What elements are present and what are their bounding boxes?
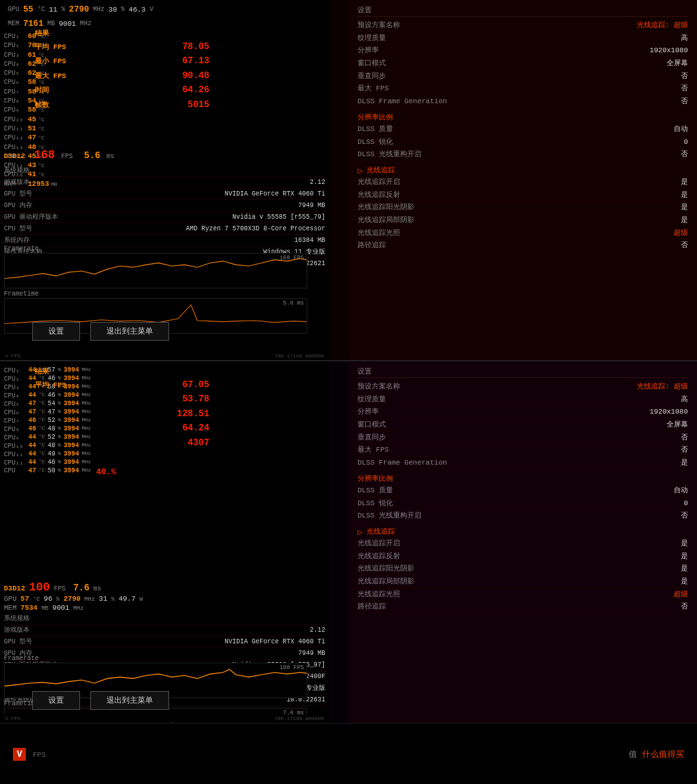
- gpu-label: GPU: [8, 6, 19, 13]
- panel2-rt-rows: 光线追踪开启 是 光线追踪反射 是 光线追踪阳光阴影 是 光线追踪局部阴影 是 …: [358, 538, 688, 614]
- settings-main-rows: 预设方案名称 光线追踪: 超级 纹理质量 高 分辨率 1920x1080 窗口模…: [358, 19, 688, 108]
- panel2-buttons: 设置 退出到主菜单: [32, 691, 169, 710]
- framerate-graph: 168 FPS: [4, 253, 307, 288]
- mem-used: 7161: [23, 19, 43, 28]
- panel2-right: 设置 预设方案名称 光线追踪: 超级 纹理质量 高 分辨率 1920x1080 …: [348, 361, 697, 723]
- settings-title: 设置: [358, 5, 688, 17]
- gpu-load: 11: [49, 6, 57, 14]
- panel2-result: 结果 平均 FPS 67.05 53.78 128.51: [35, 367, 209, 450]
- settings-button[interactable]: 设置: [32, 322, 80, 341]
- cpu-row: CPU₁₂47°C: [4, 133, 325, 142]
- gpu-power: 30: [108, 6, 117, 14]
- gpu-temp: 55: [23, 5, 34, 14]
- panel1-right: 设置 预设方案名称 光线追踪: 超级 纹理质量 高 分辨率 1920x1080 …: [348, 0, 697, 360]
- panel2-scaling-rows: DLSS 质量 自动 DLSS 锐化 0 DLSS 光线重构开启 否: [358, 485, 688, 523]
- panel1-left: GPU 55 °C 11 % 2790 MHz 30 % 46.3 V MEM …: [0, 0, 329, 360]
- result-section: 结果 平均 FPS 78.05 最小 FPS 67.13 最大 FPS 90.4…: [35, 28, 209, 112]
- panel1-header: GPU 55 °C 11 % 2790 MHz 30 % 46.3 V: [4, 3, 325, 16]
- mem-clock: 9001: [59, 20, 76, 28]
- panel2-watermark: V FPS 706.17160.000000: [0, 714, 329, 723]
- scaling-rows: DLSS 质量 自动 DLSS 锐化 0 DLSS 光线重构开启 否: [358, 123, 688, 161]
- bottom-strip: V FPS 值 什么值得买: [0, 723, 697, 784]
- panel2-settings-title: 设置: [358, 367, 688, 378]
- panel2-settings-button[interactable]: 设置: [32, 691, 80, 710]
- panel2-d3d-row: D3D12 100 FPS 7.6 ms GPU 57 °C 96 % 2790…: [4, 581, 143, 612]
- panel1-buttons: 设置 退出到主菜单: [32, 322, 169, 341]
- bottom-logo: V FPS: [13, 749, 46, 759]
- gpu-extra: 46.3: [128, 6, 145, 14]
- fps-metrics: 平均 FPS 78.05 最小 FPS 67.13 最大 FPS 90.48 时…: [35, 39, 209, 112]
- cpu-row: CPU₁₁51°C: [4, 124, 325, 133]
- cpu-row: CPU₁₀45°C: [4, 115, 325, 124]
- panel1-watermark: V FPS 706.17160.000000: [0, 352, 329, 360]
- d3d12-row: D3D12 168 FPS 5.6 ms: [4, 148, 114, 161]
- panel2-left: CPU₁ 44°C 57% 3994MHz CPU₂ 44°C 46% 3994…: [0, 361, 329, 723]
- panel2-graphs: Framerate 100 FPS Frametime 7.6 ms: [4, 655, 320, 723]
- panel2-exit-button[interactable]: 退出到主菜单: [90, 691, 169, 710]
- exit-button[interactable]: 退出到主菜单: [90, 322, 169, 341]
- panel2-cpu-section: CPU₁ 44°C 57% 3994MHz CPU₂ 44°C 46% 3994…: [4, 364, 325, 477]
- panel2: CPU₁ 44°C 57% 3994MHz CPU₂ 44°C 46% 3994…: [0, 361, 697, 723]
- panel1: GPU 55 °C 11 % 2790 MHz 30 % 46.3 V MEM …: [0, 0, 697, 361]
- bottom-site: 值 什么值得买: [629, 749, 684, 760]
- gpu-clock: 2790: [69, 5, 89, 14]
- panel2-settings-rows: 预设方案名称 光线追踪: 超级 纹理质量 高 分辨率 1920x1080 窗口模…: [358, 381, 688, 470]
- rt-rows: 光线追踪开启 是 光线追踪反射 是 光线追踪阳光阴影 是 光线追踪局部阴影 是 …: [358, 176, 688, 252]
